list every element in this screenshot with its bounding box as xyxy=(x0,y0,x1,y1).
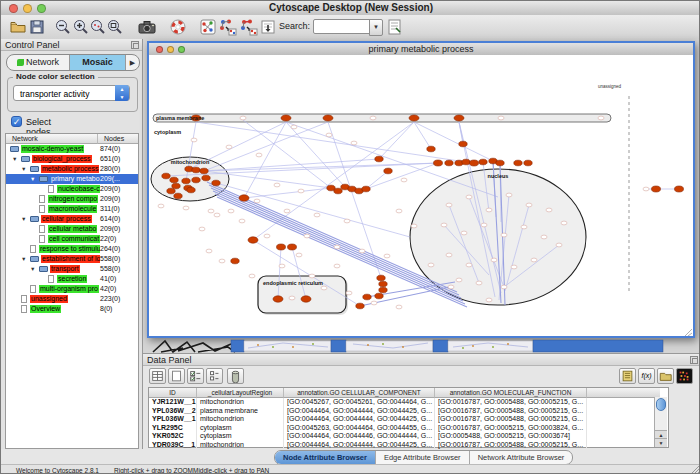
notes-icon[interactable] xyxy=(619,368,636,384)
data-panel: Data Panel f(x) ID _cellularLayoutRegion… xyxy=(143,353,700,449)
nucleus-label: nucleus xyxy=(488,173,509,179)
network-view-window[interactable]: primary metabolic process xyxy=(147,41,695,338)
search-dropdown-arrow-icon[interactable]: ▼ xyxy=(369,19,383,36)
table-row[interactable]: YJR121W__1mitochondrion[GO:0045267, GO:0… xyxy=(149,398,655,407)
attribute-browser-tabs: Node Attribute Browser Edge Attribute Br… xyxy=(1,449,700,464)
column-header-region[interactable]: _cellularLayoutRegion xyxy=(197,388,284,398)
tab-overflow-arrow-icon[interactable]: ▶ xyxy=(126,55,139,70)
table-row[interactable]: YDR039C__1mitochondrion[GO:0044464, GO:0… xyxy=(149,441,655,450)
select-nodes-checkbox[interactable]: ✓ xyxy=(11,116,22,127)
column-header-id[interactable]: ID xyxy=(149,388,197,398)
column-header-cellular-component[interactable]: annotation.GO CELLULAR_COMPONENT xyxy=(284,388,435,398)
new-network-from-selected-edges-icon[interactable] xyxy=(239,18,259,36)
new-attribute-icon[interactable] xyxy=(168,368,185,384)
formula-icon[interactable]: f(x) xyxy=(638,368,655,384)
table-row[interactable]: YLR295Ccytoplasm[GO:0045263, GO:0044464,… xyxy=(149,424,655,433)
control-panel-tabs: Network Mosaic ▶ xyxy=(6,54,140,71)
search-label: Search: xyxy=(279,21,310,31)
search-input[interactable] xyxy=(313,19,371,34)
dropdown-stepper-icon: ▲▼ xyxy=(115,85,129,101)
tree-row[interactable]: ▼establishment of lo558(0) xyxy=(6,254,138,264)
tree-row[interactable]: ▼metabolic process280(0) xyxy=(6,164,138,174)
layout-icon[interactable] xyxy=(199,18,217,36)
tree-row[interactable]: ▼transport558(0) xyxy=(6,264,138,274)
save-icon[interactable] xyxy=(28,18,46,36)
tree-column-nodes[interactable]: Nodes xyxy=(98,134,138,144)
scroll-down-icon[interactable]: ▼ xyxy=(655,438,667,447)
node-color-dropdown[interactable]: transporter activity ▲▼ xyxy=(13,85,130,101)
canvas-resize-grip[interactable] xyxy=(685,329,692,336)
network-canvas[interactable]: plasma membrane cytoplasm mitochondrion … xyxy=(149,55,693,336)
tree-row[interactable]: nucleobase-c209(0) xyxy=(6,184,138,194)
window-titlebar: Cytoscape Desktop (New Session) xyxy=(1,1,700,16)
minimize-network-window-icon[interactable] xyxy=(167,46,174,53)
tree-row[interactable]: unassigned223(0) xyxy=(6,294,138,304)
column-header-molecular-function[interactable]: annotation.GO MOLECULAR_FUNCTION xyxy=(435,388,587,398)
control-panel-header: Control Panel xyxy=(1,39,142,51)
new-network-from-selected-nodes-icon[interactable] xyxy=(218,18,238,36)
tree-row[interactable]: multi-organism pro42(0) xyxy=(6,284,138,294)
attribute-table-icon[interactable] xyxy=(149,368,166,384)
window-title: Cytoscape Desktop (New Session) xyxy=(1,1,700,15)
delete-attribute-icon[interactable] xyxy=(227,368,244,384)
minimized-window-strips[interactable] xyxy=(231,340,663,352)
data-panel-title: Data Panel xyxy=(147,355,192,365)
tree-row[interactable]: Overview8(0) xyxy=(6,304,138,314)
tab-node-attribute-browser[interactable]: Node Attribute Browser xyxy=(275,451,376,464)
zoom-in-icon[interactable] xyxy=(72,18,90,36)
mitochondrion-label: mitochondrion xyxy=(171,159,210,165)
er-label: endoplasmic reticulum xyxy=(263,280,323,286)
table-row[interactable]: YKR052Ccytoplasm[GO:0044464, GO:0044446,… xyxy=(149,432,655,441)
tree-row-selected[interactable]: ▼primary metabo209(... xyxy=(6,174,138,184)
tab-network[interactable]: Network xyxy=(7,55,70,70)
zoom-network-window-icon[interactable] xyxy=(178,46,185,53)
close-network-window-icon[interactable] xyxy=(156,46,163,53)
tab-edge-attribute-browser[interactable]: Edge Attribute Browser xyxy=(376,451,470,464)
close-window-icon[interactable] xyxy=(9,4,18,13)
background-windows-strip[interactable] xyxy=(143,339,700,353)
node-attribute-table[interactable]: ID _cellularLayoutRegion annotation.GO C… xyxy=(148,387,669,448)
search-go-icon[interactable] xyxy=(387,18,403,36)
table-row[interactable]: YPL036W__2plasma membrane[GO:0044464, GO… xyxy=(149,407,655,416)
open-icon[interactable] xyxy=(9,18,27,36)
control-panel-title: Control Panel xyxy=(5,40,60,50)
status-zoom-hint: Right-click + drag to ZOOM xyxy=(114,467,193,474)
tab-mosaic[interactable]: Mosaic xyxy=(70,55,126,70)
tab-network-attribute-browser[interactable]: Network Attribute Browser xyxy=(470,451,573,464)
control-panel: Control Panel Network Mosaic ▶ Node colo… xyxy=(1,39,143,453)
import-icon[interactable] xyxy=(259,18,277,36)
snapshot-icon[interactable] xyxy=(137,18,157,36)
network-tree: Network Nodes mosaic-demo-yeast874(0) ▼b… xyxy=(5,133,139,449)
zoom-out-icon[interactable] xyxy=(54,18,72,36)
network-tab-icon xyxy=(17,59,24,66)
data-panel-header: Data Panel xyxy=(143,354,700,366)
attribute-list-icon[interactable] xyxy=(206,368,223,384)
float-panel-icon[interactable] xyxy=(131,41,139,49)
import-attributes-icon[interactable] xyxy=(657,368,674,384)
heatmap-icon[interactable] xyxy=(676,368,693,384)
minimize-window-icon[interactable] xyxy=(23,4,32,13)
window-resize-grip[interactable] xyxy=(690,465,700,474)
tree-row[interactable]: ▼biological_process651(0) xyxy=(6,154,138,164)
tree-column-network[interactable]: Network xyxy=(6,134,98,144)
tree-row[interactable]: macromolecule311(0) xyxy=(6,204,138,214)
float-data-panel-icon[interactable] xyxy=(690,356,698,364)
table-scrollbar[interactable]: ▲ ▼ xyxy=(654,397,667,447)
tree-row[interactable]: cellular metabo209(0) xyxy=(6,224,138,234)
table-row[interactable]: YPL036W__1mitochondrion[GO:0044464, GO:0… xyxy=(149,415,655,424)
select-attributes-icon[interactable] xyxy=(187,368,204,384)
main-toolbar: Search: ▼ xyxy=(1,15,700,40)
zoom-fit-icon[interactable] xyxy=(106,18,124,36)
zoom-window-icon[interactable] xyxy=(37,4,46,13)
tree-row[interactable]: secretion41(0) xyxy=(6,274,138,284)
network-graph: plasma membrane cytoplasm mitochondrion … xyxy=(149,55,693,336)
zoom-selected-icon[interactable] xyxy=(89,18,107,36)
scrollbar-thumb[interactable] xyxy=(656,398,666,411)
tree-row[interactable]: ▼cellular process614(0) xyxy=(6,214,138,224)
help-icon[interactable] xyxy=(169,18,187,36)
plasma-membrane-region[interactable] xyxy=(153,114,611,122)
tree-row[interactable]: nitrogen compo209(0) xyxy=(6,194,138,204)
tree-row[interactable]: mosaic-demo-yeast874(0) xyxy=(6,144,138,154)
tree-row[interactable]: cell communicat22(0) xyxy=(6,234,138,244)
tree-row[interactable]: response to stimulu264(0) xyxy=(6,244,138,254)
